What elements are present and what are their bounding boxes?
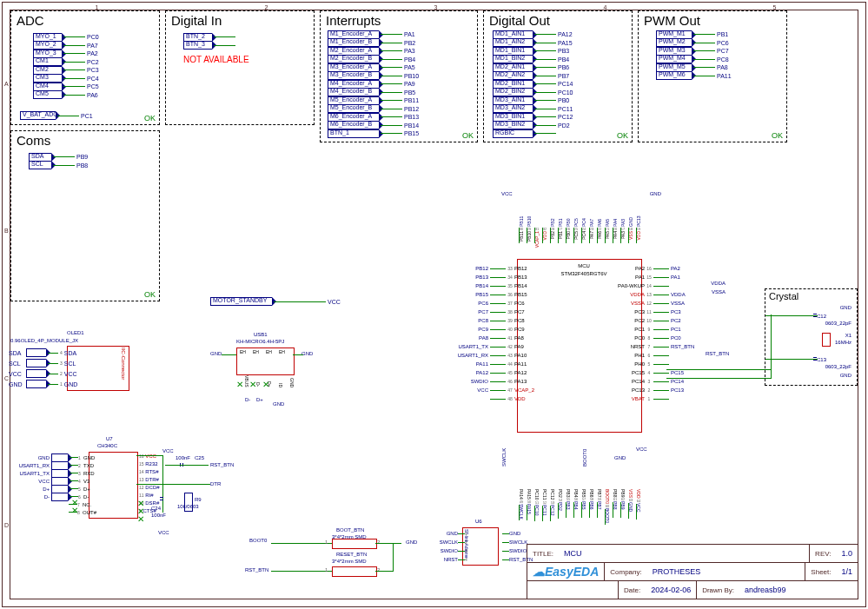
ok-label: OK [144, 290, 156, 299]
gnd-label: GND [840, 305, 851, 310]
mcu-pin-col: PA420PA4 [613, 202, 618, 239]
mcu-pin-row: PA1144PA11 [449, 360, 534, 368]
cap-ref: C12 [817, 314, 826, 319]
netlabel-list: SDAPB9SCLPB8 [29, 153, 88, 169]
dtr-net: DTR [210, 481, 221, 487]
oled-name: 0.96OLED_4P_MODULE_JX [10, 338, 78, 343]
dp-label: D+ [256, 397, 263, 402]
oled-pin-row: GND1GND [9, 379, 77, 389]
mcu-part: STM32F405RGT6V [540, 271, 627, 276]
swd-pin-row: GND1GND [432, 529, 553, 538]
boot-reset-buttons: BOOT_BTN 3*4*2mm SMD BOOT0 1 2 GND RESET… [245, 527, 436, 579]
mcu-pin-row: VDDA13VDDA [618, 290, 710, 299]
netlabel-row: CM2PC3 [33, 66, 99, 75]
mcu-pin-col: PB557PB5 [581, 489, 586, 526]
xtal-val: 16MHz [835, 340, 851, 345]
cap-val: 0603_22pF [825, 321, 851, 326]
rev-value: 1.0 [836, 545, 858, 562]
gnd-label: GND [840, 373, 851, 378]
oled-ref: OLED1 [67, 330, 84, 335]
netlabel-row: M2_Encoder_APA3 [328, 47, 419, 56]
netlabel-row: MYO_2PA7 [33, 42, 99, 50]
netlabel-row: PWM_M6PA11 [656, 72, 732, 81]
coms-block: Coms OK SDAPB9SCLPB8 [10, 130, 160, 301]
mcu-pin-col: PA521PA5 [605, 202, 610, 239]
mcu-pin-col: PC1319VDD [636, 202, 641, 241]
mcu-pin-row: 1VBAT [618, 394, 710, 403]
title-block: TITLE: MCU REV: 1.0 ☁EasyEDA Company: PR… [527, 544, 858, 599]
res-ref: R9 [195, 497, 202, 502]
mcu-pin-row: VSSA12VSSA [618, 299, 710, 308]
netlabel-row: CM1PC2 [33, 58, 99, 67]
block-title: Coms [17, 133, 50, 148]
sheet-label: Sheet: [805, 563, 836, 580]
netlabel-row: MD2_BIN2PC10 [493, 89, 573, 97]
swd-ref: U6 [475, 519, 482, 524]
button-symbol [332, 539, 377, 549]
vcc-label: VCC [162, 448, 174, 453]
netlabel-row: M6_Encoder_APB13 [328, 113, 419, 122]
netlabel-row: PWM_M3PC7 [656, 47, 732, 56]
mcu-pin-col: PB456PB4 [573, 489, 579, 526]
netlabel-row: PWM_M2PC6 [656, 39, 732, 48]
date-value: 2024-02-06 [646, 581, 696, 599]
mcu-pin-col: PB228PB2 [550, 202, 555, 239]
usb-connector: USB1 KH-MICRO6.4H-5PJ GND GND EHEHEHEH V… [210, 332, 323, 410]
ch340-pin-row: 8OUT# [10, 508, 96, 516]
mcu-pin-col: PB658PB6 [589, 489, 594, 526]
netlabel-list: MD1_AIN1PA12MD1_AIN2PA15MD1_BIN1PB3MD1_B… [493, 30, 573, 138]
title-label: TITLE: [527, 545, 559, 562]
mcu-pin-row: 14PA0-WKUP [618, 281, 710, 290]
cap-val: 100nF [151, 513, 166, 518]
netlabel-row: M6_Encoder_BPB14 [328, 122, 419, 130]
swclk-net: SWCLK [501, 448, 507, 467]
netlabel-list: M1_Encoder_APA1M1_Encoder_BPB2M2_Encoder… [328, 30, 419, 138]
mcu-pin-row: PC311PC3 [618, 308, 710, 316]
mcu-pin-row: PC08PC0 [618, 334, 710, 342]
adc-block: ADC OK MYO_1PC0MYO_2PA7MYO_3PA2CM1PC2CM2… [10, 10, 160, 125]
netlabel-row: RGBIC [493, 129, 573, 138]
wire [771, 314, 772, 379]
pin-num: 2 [377, 539, 380, 545]
mcu-pin-col: 31VCAP_1 [534, 202, 540, 248]
block-title: ADC [17, 13, 44, 28]
netlabel-row: CM4PC5 [33, 83, 99, 91]
ch340-pin-row: 15 R232 [139, 461, 160, 469]
netlabel-row: MD1_BIN2PB4 [493, 56, 573, 64]
motor-standby-net: MOTOR_STANDBY VCC [210, 297, 341, 306]
title-value: MCU [559, 545, 809, 562]
mcu-pin-row: PC210PC2 [618, 316, 710, 325]
mcu-pin-col: PC424PC4 [581, 202, 586, 240]
mcu-pin-row: USART1_RX43PA10 [449, 351, 534, 360]
ok-label: OK [617, 131, 628, 140]
mcu-pin-col: PC525PC5 [573, 202, 579, 240]
netlabel-row: BTN_2 [183, 33, 237, 42]
netlabel-row: M4_Encoder_BPB5 [328, 89, 419, 97]
ch340-pin-row: 7NC. [10, 500, 96, 508]
mcu-pin-col: PB026PB0 [566, 202, 571, 239]
netlabel-row: MD3_AIN2PC11 [493, 105, 573, 114]
mcu-pin-row: 48VDD [449, 394, 534, 403]
netlabel-row: PWM_M1PB1 [656, 30, 732, 39]
vdda-label: VDDA [711, 281, 726, 286]
company-label: Company: [604, 563, 646, 580]
netlabel-row: MD2_AIN2PB7 [493, 72, 573, 81]
netlabel-list: PWM_M1PB1PWM_M2PC6PWM_M3PC7PWM_M4PC8PWM_… [656, 30, 732, 80]
xtal-ref: X1 [845, 333, 851, 338]
crystal-block: Crystal GND C12 0603_22pF X1 16MHz C13 0… [765, 288, 858, 386]
mcu-pin-col: VDD64VCC [636, 489, 641, 527]
netlabel-row: M3_Encoder_BPB10 [328, 72, 419, 81]
ch340-pin-row: D-6D- [10, 493, 96, 500]
mcu-pin-col: PD254PD2 [558, 489, 563, 526]
dm-label: D- [245, 397, 250, 402]
mcu-pin-col: PB1130PB11 [519, 202, 524, 242]
block-title: Digital In [171, 13, 222, 28]
drawn-value: andreasb99 [739, 581, 792, 599]
rev-label: REV: [809, 545, 836, 562]
netlabel-row: MD2_BIN1PC14 [493, 80, 573, 89]
netlabel-list: MYO_1PC0MYO_2PA7MYO_3PA2CM1PC2CM2PC3CM3P… [33, 33, 99, 99]
mcu-pin-col: PB127PB1 [558, 202, 563, 239]
mcu-pin-col: PB962PB9 [620, 489, 626, 526]
mcu-pin-row: USART1_TX42PA9 [449, 342, 534, 351]
wire [666, 378, 771, 379]
